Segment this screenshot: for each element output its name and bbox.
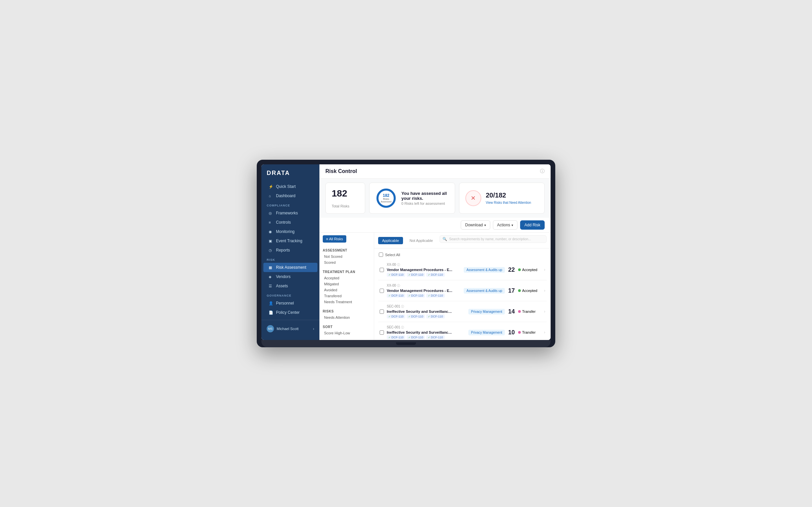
sidebar-item-dashboard[interactable]: ⌂ Dashboard xyxy=(263,191,317,201)
risk-chevron-2[interactable]: › xyxy=(544,309,545,314)
assets-icon: ☰ xyxy=(269,284,273,288)
donut-sublabel: RisksAssessed xyxy=(381,198,392,203)
sidebar-item-risk-assessment[interactable]: ▦ Risk Assessment xyxy=(263,263,317,272)
sidebar-item-policy-center[interactable]: 📄 Policy Center xyxy=(263,308,317,317)
search-icon: 🔍 xyxy=(443,237,447,241)
filter-scored[interactable]: Scored xyxy=(323,260,370,266)
sidebar-item-vendors[interactable]: ◈ Vendors xyxy=(263,272,317,281)
actions-button[interactable]: Actions ▾ xyxy=(493,220,517,230)
monitoring-icon: ◉ xyxy=(269,230,273,234)
add-risk-button[interactable]: Add Risk xyxy=(520,220,545,230)
sidebar-item-frameworks[interactable]: ◎ Frameworks xyxy=(263,209,317,218)
risk-tag: ✓ DCF-110 xyxy=(407,273,425,277)
controls-icon: ≡ xyxy=(269,220,273,224)
select-all-label: Select All xyxy=(385,253,400,257)
risk-category-0: Assessment & Audits up xyxy=(464,267,505,273)
risk-tag: ✓ DCF-110 xyxy=(426,273,445,277)
risk-checkbox-2[interactable] xyxy=(379,309,384,314)
sidebar-item-reports[interactable]: ◷ Reports xyxy=(263,245,317,255)
download-button[interactable]: Download ▾ xyxy=(461,220,490,230)
assessment-filter-section: Assessment Not Scored Scored xyxy=(319,246,374,268)
risk-tag: ✓ DCF-110 xyxy=(387,294,405,297)
risk-tag: ✓ DCF-110 xyxy=(426,335,445,339)
applicable-tab[interactable]: Applicable xyxy=(378,237,403,244)
risk-tag: ✓ DCF-110 xyxy=(407,294,425,297)
risks-section-title: Risks xyxy=(323,307,370,315)
risk-id-3: SEC-001 ⓘ xyxy=(387,325,466,330)
sidebar-item-event-tracking[interactable]: ▣ Event Tracking xyxy=(263,236,317,245)
risk-item: XX-00 ⓘ Vendor Management Procedures - E… xyxy=(378,280,547,301)
avatar: MS xyxy=(267,325,274,332)
filter-avoided[interactable]: Avoided xyxy=(323,287,370,293)
risk-chevron-3[interactable]: › xyxy=(544,330,545,335)
attention-link[interactable]: View Risks that Need Attention xyxy=(486,201,531,205)
screen: DRATA ⚡ Quick Start ⌂ Dashboard COMPLIAN… xyxy=(261,164,551,340)
risks-assessed-heading: You have assessed all your risks. xyxy=(401,191,449,201)
governance-section-label: GOVERNANCE xyxy=(261,291,319,298)
risk-status-0: Accepted xyxy=(518,268,541,272)
risk-assessment-icon: ▦ xyxy=(269,266,273,270)
toolbar: Download ▾ Actions ▾ Add Risk xyxy=(319,218,551,233)
filter-mitigated[interactable]: Mitigated xyxy=(323,281,370,287)
risk-name-0: Vendor Management Procedures - E... xyxy=(387,268,453,272)
attention-text: 20/182 View Risks that Need Attention xyxy=(486,191,531,205)
filter-not-scored[interactable]: Not Scored xyxy=(323,253,370,260)
select-all-row: Select All xyxy=(378,251,547,260)
sidebar-item-assets[interactable]: ☰ Assets xyxy=(263,281,317,291)
treatment-plan-filter-section: Treatment Plan Accepted Mitigated Avoide… xyxy=(319,268,374,307)
filter-accepted[interactable]: Accepted xyxy=(323,275,370,281)
risk-chevron-1[interactable]: › xyxy=(544,288,545,293)
help-icon[interactable]: ⓘ xyxy=(540,168,545,174)
user-profile[interactable]: MS Michael Scott › xyxy=(261,323,319,335)
risk-checkbox-0[interactable] xyxy=(379,268,384,272)
risk-checkbox-3[interactable] xyxy=(379,330,384,335)
filter-tab-row: ≡ All Risks xyxy=(319,235,374,246)
all-risks-icon: ≡ xyxy=(326,237,329,241)
event-tracking-icon: ▣ xyxy=(269,239,273,243)
all-risks-tab[interactable]: ≡ All Risks xyxy=(323,235,346,242)
laptop-frame: DRATA ⚡ Quick Start ⌂ Dashboard COMPLIAN… xyxy=(257,160,555,347)
sidebar-item-personnel[interactable]: 👤 Personnel xyxy=(263,298,317,308)
risks-assessed-donut: 182 RisksAssessed xyxy=(375,187,397,209)
attention-icon: ✕ xyxy=(465,190,481,206)
risk-id-0: XX-00 ⓘ xyxy=(387,263,461,267)
risk-checkbox-1[interactable] xyxy=(379,289,384,293)
risk-tag: ✓ DCF-110 xyxy=(387,315,405,319)
sidebar-bottom: MS Michael Scott › xyxy=(261,320,319,335)
select-all-checkbox[interactable] xyxy=(379,252,383,257)
filter-needs-treatment[interactable]: Needs Treatment xyxy=(323,299,370,305)
filter-sort-score[interactable]: Score High-Low xyxy=(323,330,370,336)
tabs-and-search: Applicable Not Applicable 🔍 Search requi… xyxy=(374,233,551,248)
treatment-plan-section-title: Treatment Plan xyxy=(323,268,370,275)
filter-transfered[interactable]: Transfered xyxy=(323,293,370,299)
personnel-icon: 👤 xyxy=(269,301,273,305)
quick-start-icon: ⚡ xyxy=(269,184,273,189)
compliance-section-label: COMPLIANCE xyxy=(261,201,319,209)
download-chevron-icon: ▾ xyxy=(484,223,486,227)
sidebar-item-controls[interactable]: ≡ Controls xyxy=(263,218,317,227)
risk-tag: ✓ DCF-110 xyxy=(426,315,445,319)
status-dot-pink xyxy=(518,331,521,334)
sidebar: DRATA ⚡ Quick Start ⌂ Dashboard COMPLIAN… xyxy=(261,164,319,340)
risk-name-1: Vendor Management Procedures - E... xyxy=(387,289,453,293)
risk-tag: ✓ DCF-110 xyxy=(407,335,425,339)
filter-needs-attention[interactable]: Needs Attention xyxy=(323,315,370,321)
page-header: Risk Control ⓘ xyxy=(319,164,551,179)
search-placeholder[interactable]: Search requirements by name, number, or … xyxy=(449,237,531,241)
laptop-base xyxy=(261,340,551,347)
search-bar: 🔍 Search requirements by name, number, o… xyxy=(440,235,547,243)
risk-score-1: 17 xyxy=(507,287,515,294)
risk-chevron-0[interactable]: › xyxy=(544,268,545,272)
not-applicable-tab[interactable]: Not Applicable xyxy=(406,237,437,244)
chevron-right-icon: › xyxy=(313,327,314,331)
main-content: Risk Control ⓘ 182 Total Risks xyxy=(319,164,551,340)
risk-score-2: 14 xyxy=(507,308,515,315)
status-dot-green xyxy=(518,268,521,271)
risk-tag: ✓ DCF-110 xyxy=(407,315,425,319)
sort-filter-section: Sort Score High-Low xyxy=(319,323,374,338)
risks-assessed-subtext: 0 Risks left for assessment xyxy=(401,202,449,206)
frameworks-icon: ◎ xyxy=(269,211,273,215)
sidebar-item-monitoring[interactable]: ◉ Monitoring xyxy=(263,227,317,236)
sidebar-item-quick-start[interactable]: ⚡ Quick Start xyxy=(263,182,317,191)
risk-score-0: 22 xyxy=(507,267,515,273)
